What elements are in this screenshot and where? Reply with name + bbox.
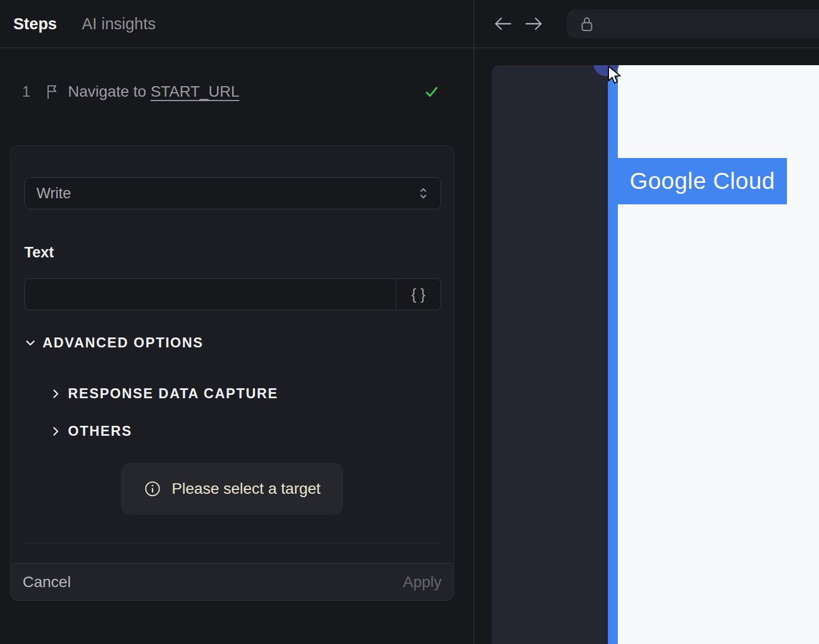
cursor-icon <box>607 65 624 86</box>
tab-ai-insights[interactable]: AI insights <box>82 15 156 33</box>
advanced-options-label: ADVANCED OPTIONS <box>43 335 203 351</box>
panel-tab-bar: Steps AI insights <box>0 0 474 48</box>
url-bar[interactable] <box>566 9 819 38</box>
highlighted-sidebar-strip <box>608 65 618 644</box>
action-select[interactable]: Write <box>24 177 441 209</box>
step-title: Navigate to START_URL <box>68 83 239 101</box>
notice-text: Please select a target <box>172 480 321 498</box>
flag-icon <box>44 83 60 101</box>
page-preview: Google Cloud <box>492 65 819 644</box>
action-select-value: Write <box>36 185 416 202</box>
select-target-notice: Please select a target <box>121 463 343 515</box>
back-arrow-icon[interactable] <box>493 15 513 33</box>
tab-steps[interactable]: Steps <box>13 15 57 33</box>
cancel-button[interactable]: Cancel <box>23 573 71 591</box>
step-editor-card: Write Text { } ADVANCED OPTIONS <box>10 145 454 601</box>
response-data-capture-toggle[interactable]: RESPONSE DATA CAPTURE <box>50 386 278 402</box>
others-toggle[interactable]: OTHERS <box>50 423 132 439</box>
text-input[interactable] <box>25 279 396 310</box>
start-url-link[interactable]: START_URL <box>150 83 239 100</box>
editor-footer: Cancel Apply <box>11 563 454 600</box>
browser-chrome <box>474 0 819 48</box>
page-content <box>618 65 819 644</box>
others-label: OTHERS <box>68 423 132 439</box>
insert-variable-button[interactable]: { } <box>396 279 440 310</box>
footer-divider <box>23 543 442 543</box>
chevron-right-icon <box>50 425 62 437</box>
unfold-icon <box>416 185 431 202</box>
google-cloud-highlight[interactable]: Google Cloud <box>618 158 787 204</box>
lock-icon <box>579 14 595 33</box>
steps-panel: Steps AI insights 1 Navigate to START_UR… <box>0 0 474 644</box>
response-data-capture-label: RESPONSE DATA CAPTURE <box>68 386 278 402</box>
chevron-down-icon <box>24 337 36 349</box>
chevron-right-icon <box>50 388 62 400</box>
text-field-label: Text <box>24 244 54 261</box>
text-field-group: { } <box>24 278 441 310</box>
step-number: 1 <box>22 83 30 101</box>
forward-arrow-icon[interactable] <box>524 15 544 33</box>
info-icon <box>144 480 161 498</box>
advanced-options-toggle[interactable]: ADVANCED OPTIONS <box>24 335 203 351</box>
browser-pane: Google Cloud <box>474 0 819 644</box>
step-row[interactable]: 1 Navigate to START_URL <box>0 81 474 103</box>
check-icon <box>423 82 440 100</box>
apply-button[interactable]: Apply <box>403 573 442 591</box>
